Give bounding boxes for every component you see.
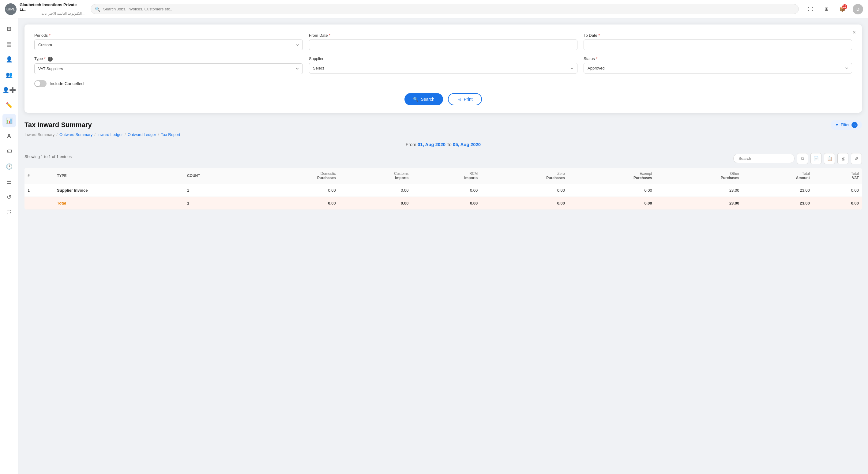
total-label: Total xyxy=(54,197,184,210)
action-row: 🔍 Search 🖨 Print xyxy=(34,93,852,105)
type-label: Type * ? xyxy=(34,56,303,62)
type-select[interactable]: VAT Suppliers xyxy=(34,63,303,74)
include-cancelled-label: Include Cancelled xyxy=(50,81,84,86)
date-range-prefix: From xyxy=(406,142,416,147)
filter-row-1: Periods * Custom From Date * 01-08-2020 … xyxy=(34,33,852,50)
col-header-domestic: DomesticPurchases xyxy=(252,168,339,184)
sidebar-item-reports[interactable]: 📊 xyxy=(2,114,16,127)
total-domestic: 0.00 xyxy=(252,197,339,210)
cell-customs: 0.00 xyxy=(339,184,412,197)
total-customs: 0.00 xyxy=(339,197,412,210)
status-label: Status * xyxy=(584,56,852,61)
periods-select[interactable]: Custom xyxy=(34,39,303,50)
col-header-customs: CustomsImports xyxy=(339,168,412,184)
entries-info: Showing 1 to 1 of 1 entries xyxy=(25,154,72,159)
user-avatar[interactable]: D xyxy=(853,4,863,14)
sidebar-item-tags[interactable]: 🏷 xyxy=(2,145,16,158)
help-icon[interactable]: ? xyxy=(48,57,53,62)
breadcrumb-outward-summary[interactable]: Outward Summary xyxy=(59,132,92,137)
sidebar-item-security[interactable]: 🛡 xyxy=(2,206,16,219)
col-header-exempt: ExemptPurchases xyxy=(568,168,655,184)
cell-exempt: 0.00 xyxy=(568,184,655,197)
report-title: Tax Inward Summary xyxy=(25,121,92,129)
cell-total-vat: 0.00 xyxy=(813,184,862,197)
status-group: Status * Approved xyxy=(584,56,852,74)
toggle-knob xyxy=(35,81,40,86)
copy-button[interactable]: ⧉ xyxy=(797,153,808,164)
breadcrumb: Inward Summary / Outward Summary / Inwar… xyxy=(25,132,862,137)
type-group: Type * ? VAT Suppliers xyxy=(34,56,303,74)
sidebar-item-list[interactable]: ▤ xyxy=(2,37,16,51)
total-empty xyxy=(25,197,54,210)
supplier-label: Supplier xyxy=(309,56,578,61)
close-button[interactable]: × xyxy=(852,29,856,36)
breadcrumb-outward-ledger[interactable]: Outward Ledger xyxy=(128,132,156,137)
print-icon: 🖨 xyxy=(457,97,461,102)
from-date-group: From Date * 01-08-2020 xyxy=(309,33,578,50)
main-content: × Periods * Custom From Date * 01-08-202… xyxy=(19,19,868,474)
csv-button[interactable]: 📄 xyxy=(810,153,822,164)
col-header-type: TYPE xyxy=(54,168,184,184)
cell-zero: 0.00 xyxy=(481,184,568,197)
company-info: Glaubetech Inventions Private Li... ...ا… xyxy=(20,2,85,15)
table-search-input[interactable] xyxy=(733,154,795,163)
company-sub: ...التکنولوجيا العالمية الاختراعات xyxy=(20,12,85,15)
filter-count: 5 xyxy=(851,122,858,128)
grid-icon[interactable]: ⊞ xyxy=(821,4,832,15)
search-icon: 🔍 xyxy=(95,7,100,12)
excel-button[interactable]: 📋 xyxy=(824,153,835,164)
from-date-input[interactable]: 01-08-2020 xyxy=(309,39,578,50)
include-cancelled-toggle[interactable] xyxy=(34,80,46,87)
cell-domestic: 0.00 xyxy=(252,184,339,197)
to-date-input[interactable]: 05-08-2020 xyxy=(584,39,852,50)
filter-dialog: × Periods * Custom From Date * 01-08-202… xyxy=(25,25,862,113)
date-range: From 01, Aug 2020 To 05, Aug 2020 xyxy=(25,142,862,147)
table-row: 1 Supplier Invoice 1 0.00 0.00 0.00 0.00… xyxy=(25,184,862,197)
expand-icon[interactable]: ⛶ xyxy=(805,4,816,15)
global-search-input[interactable] xyxy=(91,4,799,14)
sidebar-item-typography[interactable]: A xyxy=(2,129,16,143)
total-amount: 23.00 xyxy=(742,197,813,210)
col-header-rcm: RCMImports xyxy=(411,168,481,184)
breadcrumb-inward-summary: Inward Summary xyxy=(25,132,55,137)
search-button[interactable]: 🔍 Search xyxy=(404,93,443,105)
table-search[interactable] xyxy=(733,154,795,163)
sidebar-item-add[interactable]: 👤➕ xyxy=(2,83,16,97)
filter-label: Filter xyxy=(841,123,849,127)
sidebar-item-customers[interactable]: 👤 xyxy=(2,53,16,66)
reload-button[interactable]: ↺ xyxy=(851,153,862,164)
total-other: 23.00 xyxy=(655,197,742,210)
cell-count: 1 xyxy=(184,184,252,197)
status-select[interactable]: Approved xyxy=(584,63,852,73)
cell-other: 23.00 xyxy=(655,184,742,197)
global-search[interactable]: 🔍 xyxy=(91,4,799,14)
print-table-button[interactable]: 🖨 xyxy=(837,153,848,164)
print-button[interactable]: 🖨 Print xyxy=(448,93,482,105)
from-date-display: 01, Aug 2020 xyxy=(417,142,445,147)
breadcrumb-inward-ledger[interactable]: Inward Ledger xyxy=(97,132,123,137)
breadcrumb-tax-report[interactable]: Tax Report xyxy=(161,132,180,137)
notification-button[interactable]: 📦 13 xyxy=(837,4,848,15)
total-zero: 0.00 xyxy=(481,197,568,210)
sidebar-item-edit[interactable]: ✏️ xyxy=(2,99,16,112)
supplier-group: Supplier Select xyxy=(309,56,578,74)
notification-badge: 13 xyxy=(842,4,847,9)
periods-group: Periods * Custom xyxy=(34,33,303,50)
sidebar-item-team[interactable]: 👥 xyxy=(2,68,16,82)
cell-total-amount: 23.00 xyxy=(742,184,813,197)
nav-icons: ⛶ ⊞ 📦 13 D xyxy=(805,4,863,15)
sidebar-item-dashboard[interactable]: ⊞ xyxy=(2,22,16,35)
col-header-total-amount: TotalAmount xyxy=(742,168,813,184)
filter-badge[interactable]: ▼ Filter 5 xyxy=(831,120,862,130)
logo-area: GIPL Glaubetech Inventions Private Li...… xyxy=(5,2,85,15)
col-header-count: COUNT xyxy=(184,168,252,184)
supplier-select[interactable]: Select xyxy=(309,63,578,73)
sidebar: ⊞ ▤ 👤 👥 👤➕ ✏️ 📊 A 🏷 🕐 ☰ ↺ 🛡 xyxy=(0,19,19,474)
col-header-num: # xyxy=(25,168,54,184)
sidebar-item-history[interactable]: 🕐 xyxy=(2,160,16,173)
filter-funnel-icon: ▼ xyxy=(835,123,839,127)
sidebar-item-menu[interactable]: ☰ xyxy=(2,175,16,189)
toggle-row: Include Cancelled xyxy=(34,80,852,87)
sidebar-item-refresh[interactable]: ↺ xyxy=(2,190,16,204)
company-name: Glaubetech Inventions Private Li... xyxy=(20,2,85,12)
